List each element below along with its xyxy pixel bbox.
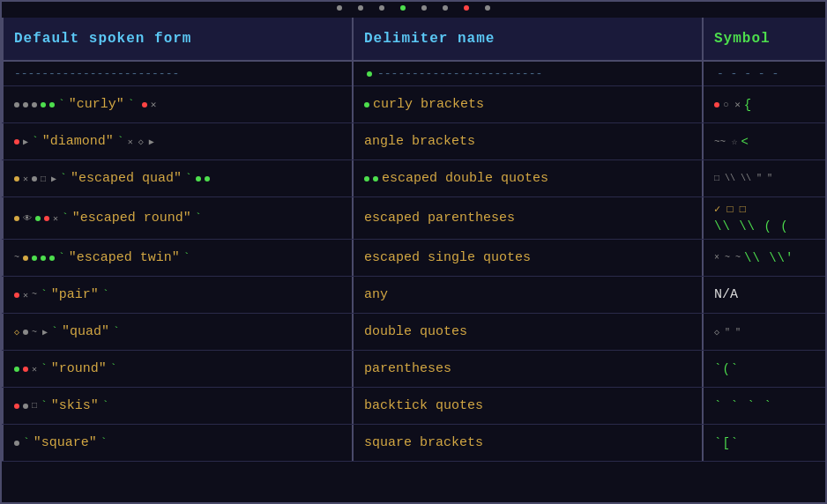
- sep-dashes-1: ------------------------: [4, 67, 352, 80]
- window-dot-8: [485, 5, 490, 11]
- cell-symbol-escaped-twin: × ~ ~ \\ \\': [704, 246, 825, 271]
- cell-delimiter-curly: curly brackets: [354, 92, 702, 117]
- cell-delimiter-diamond: angle brackets: [354, 129, 702, 154]
- table-row: ✕ ` "round" ` parentheses `(`: [2, 351, 825, 388]
- cell-default-square: ` "square" `: [4, 430, 352, 456]
- cell-default-escaped-quad: ✕ □ ▶ ` "escaped quad" `: [4, 166, 352, 191]
- table-row: ~ ` "escaped twin" ` escaped single quot…: [2, 240, 825, 277]
- cell-default-quad: ◇ ~ ▶ ` "quad" `: [4, 319, 352, 345]
- window-dot-3: [379, 5, 384, 11]
- header-delimiter: Delimiter name: [354, 26, 702, 52]
- cell-delimiter-pair: any: [354, 282, 702, 308]
- cell-symbol-skis: ` ` ` `: [704, 394, 825, 419]
- table-header: Default spoken form Delimiter name Symbo…: [2, 18, 825, 62]
- window-dot-4: [400, 5, 406, 11]
- cell-symbol-pair: N/A: [704, 282, 825, 308]
- main-table: Default spoken form Delimiter name Symbo…: [0, 0, 827, 504]
- cell-delimiter-square: square brackets: [354, 430, 702, 456]
- cell-delimiter-skis: backtick quotes: [354, 393, 702, 419]
- cell-delimiter-quad: double quotes: [354, 319, 702, 345]
- cell-default-skis: □ ` "skis" `: [4, 393, 352, 419]
- window-dot-6: [443, 5, 448, 11]
- cell-symbol-escaped-quad: □ \\ \\ " ": [704, 168, 825, 189]
- cell-default-diamond: ▶ ` "diamond" ` ✕ ◇ ▶: [4, 129, 352, 154]
- table-row: ` "square" ` square brackets `[`: [2, 425, 825, 462]
- cell-default-curly: ` "curly" ` ✕: [4, 92, 352, 117]
- cell-default-pair: ✕ ~ ` "pair" `: [4, 282, 352, 308]
- table-row: □ ` "skis" ` backtick quotes ` ` ` `: [2, 388, 825, 425]
- window-dot-2: [358, 5, 363, 11]
- cell-default-escaped-round: 👁 ✕ ` "escaped round" `: [4, 205, 352, 231]
- separator-row: ------------------------ ---------------…: [2, 62, 825, 86]
- window-dot-1: [337, 5, 342, 11]
- cell-symbol-escaped-round: ✓ □ □ \\ \\ ( (: [704, 197, 825, 239]
- cell-symbol-diamond: ~~ ☆ <: [704, 130, 825, 154]
- header-default: Default spoken form: [4, 26, 352, 52]
- cell-delimiter-round: parentheses: [354, 356, 702, 382]
- cell-default-round: ✕ ` "round" `: [4, 356, 352, 382]
- window-dot-5: [421, 5, 427, 11]
- header-symbol: Symbol: [704, 26, 825, 52]
- cell-symbol-square: `[`: [704, 431, 825, 456]
- cell-delimiter-escaped-quad: escaped double quotes: [354, 166, 702, 191]
- table-row: ✕ □ ▶ ` "escaped quad" ` escaped double …: [2, 160, 825, 197]
- cell-default-escaped-twin: ~ ` "escaped twin" `: [4, 245, 352, 271]
- cell-delimiter-escaped-round: escaped parentheses: [354, 205, 702, 231]
- sep-dashes-3: - - - - -: [704, 67, 825, 80]
- table-row: ✕ ~ ` "pair" ` any N/A: [2, 277, 825, 314]
- table-row: ▶ ` "diamond" ` ✕ ◇ ▶ angle brackets ~~ …: [2, 123, 825, 160]
- cell-delimiter-escaped-twin: escaped single quotes: [354, 245, 702, 271]
- table-row: ◇ ~ ▶ ` "quad" ` double quotes ◇ " ": [2, 314, 825, 351]
- cell-symbol-round: `(`: [704, 357, 825, 382]
- cell-symbol-quad: ◇ " ": [704, 322, 825, 343]
- sep-dashes-2: ------------------------: [354, 67, 702, 80]
- table-row: 👁 ✕ ` "escaped round" ` escaped parenthe…: [2, 197, 825, 240]
- table-row: ` "curly" ` ✕ curly brackets ○ ✕ {: [2, 86, 825, 123]
- cell-symbol-curly: ○ ✕ {: [704, 93, 825, 117]
- window-dot-7: [464, 5, 469, 11]
